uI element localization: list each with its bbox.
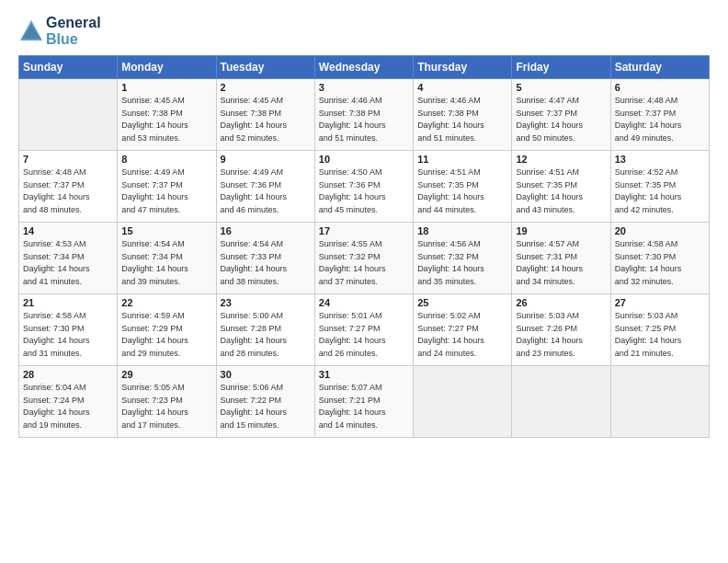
day-info: Sunrise: 5:03 AM Sunset: 7:25 PM Dayligh… (615, 310, 705, 360)
week-row-5: 28Sunrise: 5:04 AM Sunset: 7:24 PM Dayli… (19, 366, 710, 438)
weekday-header-row: SundayMondayTuesdayWednesdayThursdayFrid… (19, 56, 710, 79)
day-number: 29 (121, 369, 211, 380)
day-number: 15 (121, 225, 211, 236)
day-info: Sunrise: 4:54 AM Sunset: 7:34 PM Dayligh… (121, 238, 211, 288)
calendar-cell: 15Sunrise: 4:54 AM Sunset: 7:34 PM Dayli… (118, 223, 216, 294)
calendar-cell: 13Sunrise: 4:52 AM Sunset: 7:35 PM Dayli… (610, 151, 709, 223)
calendar-cell (610, 366, 709, 438)
calendar-cell: 28Sunrise: 5:04 AM Sunset: 7:24 PM Dayli… (19, 366, 118, 438)
calendar-cell: 23Sunrise: 5:00 AM Sunset: 7:28 PM Dayli… (216, 294, 314, 366)
calendar-cell: 19Sunrise: 4:57 AM Sunset: 7:31 PM Dayli… (512, 223, 610, 294)
calendar-cell: 25Sunrise: 5:02 AM Sunset: 7:27 PM Dayli… (414, 294, 512, 366)
weekday-header-saturday: Saturday (610, 56, 709, 79)
day-number: 4 (417, 82, 507, 93)
day-info: Sunrise: 4:46 AM Sunset: 7:38 PM Dayligh… (319, 95, 409, 144)
day-number: 27 (615, 297, 705, 308)
calendar-cell: 8Sunrise: 4:49 AM Sunset: 7:37 PM Daylig… (118, 151, 216, 223)
calendar-cell (414, 366, 512, 438)
weekday-header-sunday: Sunday (19, 56, 118, 79)
day-number: 2 (221, 82, 311, 93)
calendar-cell: 17Sunrise: 4:55 AM Sunset: 7:32 PM Dayli… (314, 223, 413, 294)
week-row-1: 1Sunrise: 4:45 AM Sunset: 7:38 PM Daylig… (19, 79, 710, 151)
calendar-cell: 7Sunrise: 4:48 AM Sunset: 7:37 PM Daylig… (19, 151, 118, 223)
day-info: Sunrise: 5:01 AM Sunset: 7:27 PM Dayligh… (319, 310, 409, 360)
day-number: 24 (319, 297, 409, 308)
calendar-cell: 30Sunrise: 5:06 AM Sunset: 7:22 PM Dayli… (216, 366, 314, 438)
day-number: 18 (417, 225, 507, 236)
calendar-cell: 22Sunrise: 4:59 AM Sunset: 7:29 PM Dayli… (118, 294, 216, 366)
calendar-cell (19, 79, 118, 151)
day-info: Sunrise: 4:48 AM Sunset: 7:37 PM Dayligh… (615, 95, 705, 144)
weekday-header-monday: Monday (118, 56, 216, 79)
logo-icon (18, 18, 44, 44)
day-info: Sunrise: 4:58 AM Sunset: 7:30 PM Dayligh… (23, 310, 113, 360)
calendar-cell: 4Sunrise: 4:46 AM Sunset: 7:38 PM Daylig… (414, 79, 512, 151)
day-number: 5 (516, 82, 606, 93)
calendar-cell: 11Sunrise: 4:51 AM Sunset: 7:35 PM Dayli… (414, 151, 512, 223)
svg-marker-1 (22, 24, 40, 39)
day-info: Sunrise: 4:51 AM Sunset: 7:35 PM Dayligh… (417, 167, 507, 216)
calendar-cell (512, 366, 610, 438)
week-row-3: 14Sunrise: 4:53 AM Sunset: 7:34 PM Dayli… (19, 223, 710, 294)
day-info: Sunrise: 5:05 AM Sunset: 7:23 PM Dayligh… (121, 382, 211, 431)
day-info: Sunrise: 5:07 AM Sunset: 7:21 PM Dayligh… (319, 382, 409, 431)
day-number: 31 (319, 369, 409, 380)
day-number: 30 (221, 369, 311, 380)
day-info: Sunrise: 4:55 AM Sunset: 7:32 PM Dayligh… (319, 238, 409, 288)
calendar-cell: 29Sunrise: 5:05 AM Sunset: 7:23 PM Dayli… (118, 366, 216, 438)
day-info: Sunrise: 4:49 AM Sunset: 7:36 PM Dayligh… (221, 167, 311, 216)
calendar-cell: 9Sunrise: 4:49 AM Sunset: 7:36 PM Daylig… (216, 151, 314, 223)
calendar-cell: 31Sunrise: 5:07 AM Sunset: 7:21 PM Dayli… (314, 366, 413, 438)
weekday-header-thursday: Thursday (414, 56, 512, 79)
day-number: 9 (221, 154, 311, 165)
day-number: 7 (23, 154, 113, 165)
calendar-cell: 1Sunrise: 4:45 AM Sunset: 7:38 PM Daylig… (118, 79, 216, 151)
calendar-cell: 6Sunrise: 4:48 AM Sunset: 7:37 PM Daylig… (610, 79, 709, 151)
day-info: Sunrise: 4:57 AM Sunset: 7:31 PM Dayligh… (516, 238, 606, 288)
day-number: 19 (516, 225, 606, 236)
day-info: Sunrise: 4:54 AM Sunset: 7:33 PM Dayligh… (221, 238, 311, 288)
day-info: Sunrise: 5:04 AM Sunset: 7:24 PM Dayligh… (23, 382, 113, 431)
weekday-header-tuesday: Tuesday (216, 56, 314, 79)
calendar-cell: 12Sunrise: 4:51 AM Sunset: 7:35 PM Dayli… (512, 151, 610, 223)
week-row-2: 7Sunrise: 4:48 AM Sunset: 7:37 PM Daylig… (19, 151, 710, 223)
calendar-cell: 16Sunrise: 4:54 AM Sunset: 7:33 PM Dayli… (216, 223, 314, 294)
day-info: Sunrise: 4:58 AM Sunset: 7:30 PM Dayligh… (615, 238, 705, 288)
calendar-cell: 5Sunrise: 4:47 AM Sunset: 7:37 PM Daylig… (512, 79, 610, 151)
day-number: 12 (516, 154, 606, 165)
calendar-cell: 3Sunrise: 4:46 AM Sunset: 7:38 PM Daylig… (314, 79, 413, 151)
calendar-cell: 26Sunrise: 5:03 AM Sunset: 7:26 PM Dayli… (512, 294, 610, 366)
day-info: Sunrise: 4:46 AM Sunset: 7:38 PM Dayligh… (417, 95, 507, 144)
weekday-header-friday: Friday (512, 56, 610, 79)
day-info: Sunrise: 4:45 AM Sunset: 7:38 PM Dayligh… (221, 95, 311, 144)
day-number: 25 (417, 297, 507, 308)
calendar-cell: 24Sunrise: 5:01 AM Sunset: 7:27 PM Dayli… (314, 294, 413, 366)
day-number: 17 (319, 225, 409, 236)
day-info: Sunrise: 4:48 AM Sunset: 7:37 PM Dayligh… (23, 167, 113, 216)
day-number: 28 (23, 369, 113, 380)
weekday-header-wednesday: Wednesday (314, 56, 413, 79)
day-number: 10 (319, 154, 409, 165)
page: General Blue SundayMondayTuesdayWednesda… (0, 0, 728, 563)
day-info: Sunrise: 5:02 AM Sunset: 7:27 PM Dayligh… (417, 310, 507, 360)
day-info: Sunrise: 4:49 AM Sunset: 7:37 PM Dayligh… (121, 167, 211, 216)
day-number: 22 (121, 297, 211, 308)
day-info: Sunrise: 4:51 AM Sunset: 7:35 PM Dayligh… (516, 167, 606, 216)
calendar-cell: 2Sunrise: 4:45 AM Sunset: 7:38 PM Daylig… (216, 79, 314, 151)
day-info: Sunrise: 5:06 AM Sunset: 7:22 PM Dayligh… (221, 382, 311, 431)
day-info: Sunrise: 4:59 AM Sunset: 7:29 PM Dayligh… (121, 310, 211, 360)
logo: General Blue (18, 15, 101, 48)
day-number: 23 (221, 297, 311, 308)
calendar-table: SundayMondayTuesdayWednesdayThursdayFrid… (18, 55, 710, 438)
day-number: 26 (516, 297, 606, 308)
day-number: 8 (121, 154, 211, 165)
logo-text: General Blue (46, 15, 101, 48)
calendar-cell: 27Sunrise: 5:03 AM Sunset: 7:25 PM Dayli… (610, 294, 709, 366)
calendar-cell: 21Sunrise: 4:58 AM Sunset: 7:30 PM Dayli… (19, 294, 118, 366)
day-number: 1 (121, 82, 211, 93)
day-number: 13 (615, 154, 705, 165)
day-number: 21 (23, 297, 113, 308)
day-number: 11 (417, 154, 507, 165)
week-row-4: 21Sunrise: 4:58 AM Sunset: 7:30 PM Dayli… (19, 294, 710, 366)
day-info: Sunrise: 4:50 AM Sunset: 7:36 PM Dayligh… (319, 167, 409, 216)
